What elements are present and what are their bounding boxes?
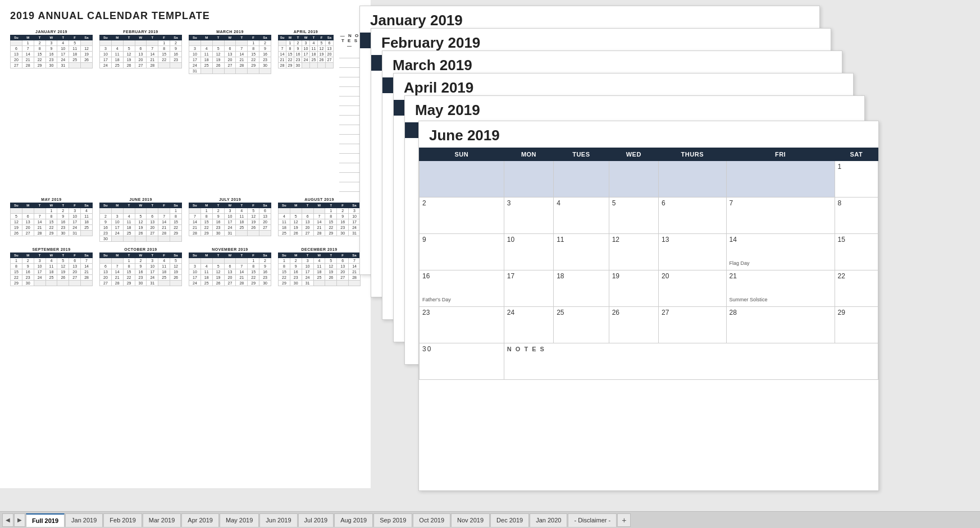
table-cell xyxy=(726,161,835,198)
note-line xyxy=(339,175,361,182)
table-cell: 9 xyxy=(420,234,504,270)
note-line xyxy=(339,165,361,173)
note-line xyxy=(339,117,361,125)
mini-cal-jan: JANUARY 2019 SuMTWTFSa 12345 6789101112 … xyxy=(10,30,93,192)
table-cell xyxy=(420,161,504,198)
mini-cal-jul: JULY 2019 SuMTWTFSa 123456 78910111213 1… xyxy=(189,198,271,242)
mini-cal-may: MAY 2019 SuMTWTFSa 1234 567891011 121314… xyxy=(10,198,93,242)
table-cell: 30 xyxy=(420,343,504,380)
tab-aug-2019[interactable]: Aug 2019 xyxy=(334,513,373,527)
tab-dec-2019[interactable]: Dec 2019 xyxy=(490,513,529,527)
fathers-day-note: Father's Day xyxy=(422,297,501,302)
note-line xyxy=(339,50,361,58)
may-title: May 2019 xyxy=(405,96,864,122)
table-cell: 17 xyxy=(504,270,553,307)
note-line xyxy=(339,98,361,106)
note-line xyxy=(339,79,361,87)
mini-cal-aug: AUGUST 2019 SuMTWTFSa 123 45678910 11121… xyxy=(278,198,361,242)
note-line xyxy=(339,70,361,77)
stacked-calendars: January 2019 SUN MON TUES WED THURS FRI … xyxy=(359,6,977,494)
table-cell xyxy=(554,161,609,198)
june-notes-cell: N O T E S xyxy=(504,343,878,380)
table-cell: 29 xyxy=(835,307,878,343)
table-cell: 11 xyxy=(554,234,609,270)
mini-calendars-row3: SEPTEMBER 2019 SuMTWTFSa 1234567 8910111… xyxy=(10,247,361,286)
note-line xyxy=(339,155,361,163)
table-cell xyxy=(609,161,658,198)
note-line xyxy=(339,108,361,116)
table-cell: 28 xyxy=(726,307,835,343)
tab-apr-2019[interactable]: Apr 2019 xyxy=(181,513,219,527)
table-cell: 22 xyxy=(835,270,878,307)
note-line xyxy=(339,184,361,192)
table-cell: 19 xyxy=(609,270,658,307)
table-cell: 5 xyxy=(609,198,658,234)
table-cell: 18 xyxy=(554,270,609,307)
flag-day-note: Flag Day xyxy=(730,260,832,266)
mini-cal-apr: APRIL 2019 SuMTWTFSa 123456 78910111213 … xyxy=(278,30,334,192)
notes-panel-top: — N O T E S — xyxy=(339,33,361,192)
tab-nav-right[interactable]: ▶ xyxy=(14,513,25,527)
table-cell: 23 xyxy=(420,307,504,343)
tab-full-2019[interactable]: Full 2019 xyxy=(26,513,65,527)
table-cell xyxy=(658,161,726,198)
table-cell: 2 xyxy=(420,198,504,234)
note-line xyxy=(339,60,361,68)
table-cell xyxy=(504,161,553,198)
summer-solstice-note: Summer Solstice xyxy=(730,297,832,302)
table-cell: 7 xyxy=(726,198,835,234)
table-cell: 3 xyxy=(504,198,553,234)
table-cell: 16 Father's Day xyxy=(420,270,504,307)
tab-bar: ◀ ▶ Full 2019 Jan 2019 Feb 2019 Mar 2019… xyxy=(0,511,980,528)
mini-cal-mar: MARCH 2019 SuMTWTFSa 12 3456789 10111213… xyxy=(189,30,271,192)
tab-add-button[interactable]: + xyxy=(617,513,631,527)
note-line xyxy=(339,146,361,154)
mini-cal-feb: FEBRUARY 2019 SuMTWTFSa 12 3456789 10111… xyxy=(99,30,182,192)
table-cell: 26 xyxy=(609,307,658,343)
apr-notes-group: APRIL 2019 SuMTWTFSa 123456 78910111213 … xyxy=(278,30,361,192)
tab-jul-2019[interactable]: Jul 2019 xyxy=(298,513,334,527)
tab-may-2019[interactable]: May 2019 xyxy=(220,513,259,527)
notes-lines-top xyxy=(339,50,361,192)
table-cell: 8 xyxy=(835,198,878,234)
table-cell: 4 xyxy=(554,198,609,234)
mini-cal-sep: SEPTEMBER 2019 SuMTWTFSa 1234567 8910111… xyxy=(10,247,93,286)
mini-cal-oct: OCTOBER 2019 SuMTWTFSa 12345 6789101112 … xyxy=(99,247,182,286)
tab-jan-2020[interactable]: Jan 2020 xyxy=(530,513,567,527)
annual-overview-panel: 2019 ANNUAL CALENDAR TEMPLATE JANUARY 20… xyxy=(0,0,371,488)
table-cell: 6 xyxy=(658,198,726,234)
table-cell: 1 xyxy=(835,161,878,198)
note-line xyxy=(339,89,361,97)
note-line xyxy=(339,136,361,144)
mini-cal-jun: JUNE 2019 SuMTWTFSa 1 2345678 9101112131… xyxy=(99,198,182,242)
table-cell: 15 xyxy=(835,234,878,270)
cal-page-june: June 2019 SUN MON TUES WED THURS FRI SAT xyxy=(418,121,879,491)
table-cell: 13 xyxy=(658,234,726,270)
tab-nov-2019[interactable]: Nov 2019 xyxy=(451,513,490,527)
table-cell: 21 Summer Solstice xyxy=(726,270,835,307)
tab-feb-2019[interactable]: Feb 2019 xyxy=(103,513,142,527)
june-calendar-table: SUN MON TUES WED THURS FRI SAT xyxy=(419,148,878,380)
table-cell: 12 xyxy=(609,234,658,270)
tab-jun-2019[interactable]: Jun 2019 xyxy=(259,513,297,527)
table-cell: 27 xyxy=(658,307,726,343)
table-cell: 14 Flag Day xyxy=(726,234,835,270)
mini-cal-nov: NOVEMBER 2019 SuMTWTFSa 12 3456789 10111… xyxy=(189,247,271,286)
tab-oct-2019[interactable]: Oct 2019 xyxy=(413,513,450,527)
table-cell: 10 xyxy=(504,234,553,270)
page-title: 2019 ANNUAL CALENDAR TEMPLATE xyxy=(10,10,361,22)
tab-mar-2019[interactable]: Mar 2019 xyxy=(143,513,181,527)
mini-calendars-grid: JANUARY 2019 SuMTWTFSa 12345 6789101112 … xyxy=(10,30,361,192)
tab-disclaimer[interactable]: - Disclaimer - xyxy=(568,513,617,527)
table-cell: 24 xyxy=(504,307,553,343)
mini-calendars-row2: MAY 2019 SuMTWTFSa 1234 567891011 121314… xyxy=(10,198,361,242)
note-line xyxy=(339,127,361,135)
mini-cal-dec: DECEMBER 2019 SuMTWTFSa 1234567 89101112… xyxy=(278,247,361,286)
table-cell: 25 xyxy=(554,307,609,343)
tab-jan-2019[interactable]: Jan 2019 xyxy=(65,513,103,527)
table-cell: 20 xyxy=(658,270,726,307)
jun-title: June 2019 xyxy=(419,121,878,148)
tab-sep-2019[interactable]: Sep 2019 xyxy=(373,513,412,527)
tab-nav-left[interactable]: ◀ xyxy=(2,513,13,527)
